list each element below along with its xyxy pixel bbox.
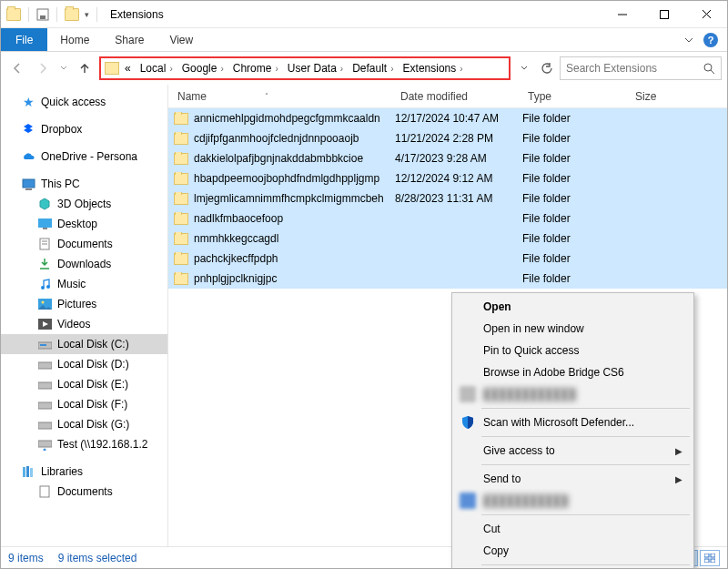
recent-locations-button[interactable] [57,57,70,79]
expand-ribbon-button[interactable] [678,28,700,51]
refresh-button[interactable] [536,58,556,78]
cloud-icon [21,149,35,164]
share-tab[interactable]: Share [102,28,157,51]
column-headers[interactable]: Name˄ Date modified Type Size [168,85,727,108]
search-input[interactable]: Search Extensions [560,56,722,80]
tree-documents[interactable]: Documents [1,234,167,254]
file-tab[interactable]: File [1,28,47,51]
cube-icon [37,197,52,211]
tree-disk-e[interactable]: Local Disk (E:) [1,374,167,394]
file-type: File folder [522,152,624,165]
tree-videos[interactable]: Videos [1,314,167,334]
svg-rect-33 [30,468,33,477]
file-type: File folder [522,192,624,205]
back-button[interactable] [6,57,28,79]
tree-label: 3D Objects [57,198,111,210]
maximize-button[interactable] [643,1,685,28]
tree-label: Local Disk (G:) [57,418,129,431]
crumb-google[interactable]: Google› [178,62,228,75]
close-button[interactable] [685,1,727,28]
table-row[interactable]: pnhplgjpclknigjpcFile folder [168,269,727,289]
menu-blurred-item[interactable]: ███████████ [454,490,692,512]
menu-give-access[interactable]: Give access to▶ [454,440,692,462]
tree-dropbox[interactable]: Dropbox [1,119,167,139]
menu-scan-defender[interactable]: Scan with Microsoft Defender... [454,412,692,433]
tree-pictures[interactable]: Pictures [1,294,167,314]
table-row[interactable]: hbapdpeemoojbophdfndmlgdhppljgmp12/12/20… [168,168,727,188]
help-button[interactable]: ? [700,28,722,51]
menu-send-to[interactable]: Send to▶ [454,468,692,490]
table-row[interactable]: annicmehlpgidmohdpegcfgmmkcaaldn12/17/20… [168,108,727,128]
table-row[interactable]: pachckjkecffpdphFile folder [168,249,727,269]
chevron-right-icon: › [220,64,223,74]
svg-point-17 [41,286,45,290]
chevron-right-icon: › [460,64,462,74]
crumb-userdata[interactable]: User Data› [284,62,347,75]
menu-blurred-item[interactable]: ████████████ [454,383,692,405]
divider [56,7,57,22]
column-size[interactable]: Size [630,90,727,103]
table-row[interactable]: cdjifpfganmhoojfclednjdnnpooaojb11/21/20… [168,128,727,148]
menu-browse-bridge[interactable]: Browse in Adobe Bridge CS6 [454,361,692,383]
tree-downloads[interactable]: Downloads [1,254,167,274]
view-tab[interactable]: View [157,28,206,51]
address-bar[interactable]: « Local› Google› Chrome› User Data› Defa… [99,56,511,80]
svg-line-8 [711,70,714,74]
crumb-default[interactable]: Default› [349,62,397,75]
tree-lib-documents[interactable]: Documents [1,482,167,502]
search-placeholder: Search Extensions [566,62,657,75]
tree-disk-c[interactable]: Local Disk (C:) [1,334,167,354]
folder-icon [174,273,188,285]
tree-quick-access[interactable]: ★Quick access [1,92,167,112]
tree-network-drive[interactable]: Test (\\192.168.1.2 [1,434,167,454]
tree-this-pc[interactable]: This PC [1,174,167,194]
table-row[interactable]: lmjegmlicamnimmfhcmpkclmigmmcbeh8/28/202… [168,188,727,208]
divider [28,7,29,22]
tree-onedrive[interactable]: OneDrive - Persona [1,147,167,167]
svg-rect-31 [23,467,25,477]
tree-disk-f[interactable]: Local Disk (F:) [1,394,167,414]
column-type[interactable]: Type [528,90,630,103]
table-row[interactable]: nmmhkkegccagdlFile folder [168,229,727,249]
minimize-button[interactable] [602,1,643,28]
svg-rect-3 [661,10,669,18]
save-icon[interactable] [36,8,49,21]
crumb-local[interactable]: Local› [136,62,177,75]
menu-open[interactable]: Open [454,296,692,318]
home-tab[interactable]: Home [47,28,102,51]
table-row[interactable]: nadlkfmbaocefoopFile folder [168,208,727,229]
menu-cut[interactable]: Cut [454,518,692,540]
crumb-extensions[interactable]: Extensions› [399,62,467,75]
separator [481,408,690,409]
breadcrumb-overflow[interactable]: « [121,62,135,75]
separator [481,564,690,565]
folder-icon [174,133,188,145]
tree-disk-d[interactable]: Local Disk (D:) [1,354,167,374]
forward-button[interactable] [32,57,54,79]
file-name: nmmhkkegccagdl [194,232,278,245]
thumbnails-view-button[interactable] [700,550,720,566]
blurred-label: ███████████ [483,494,569,507]
menu-pin-quick-access[interactable]: Pin to Quick access [454,340,692,361]
tree-music[interactable]: Music [1,274,167,294]
table-row[interactable]: dakkielolpafjbgnjnakddabmbbkcioe4/17/202… [168,148,727,168]
crumb-chrome[interactable]: Chrome› [229,62,282,75]
tree-3d-objects[interactable]: 3D Objects [1,194,167,214]
folder-icon [174,153,188,165]
file-date: 12/12/2024 9:12 AM [395,172,522,185]
address-dropdown-button[interactable] [514,58,534,78]
column-name[interactable]: Name˄ [174,90,400,103]
up-button[interactable] [74,57,96,79]
tree-desktop[interactable]: Desktop [1,214,167,234]
window-controls [602,1,727,28]
navigation-tree[interactable]: ★Quick access Dropbox OneDrive - Persona… [1,85,168,546]
chevron-down-icon[interactable]: ▾ [85,10,89,19]
column-date[interactable]: Date modified [400,90,528,103]
drive-icon [37,357,52,371]
tree-disk-g[interactable]: Local Disk (G:) [1,414,167,434]
menu-copy[interactable]: Copy [454,540,692,562]
svg-rect-11 [38,218,52,228]
menu-open-new-window[interactable]: Open in new window [454,318,692,340]
tree-libraries[interactable]: Libraries [1,462,167,482]
chevron-right-icon: › [275,64,278,74]
